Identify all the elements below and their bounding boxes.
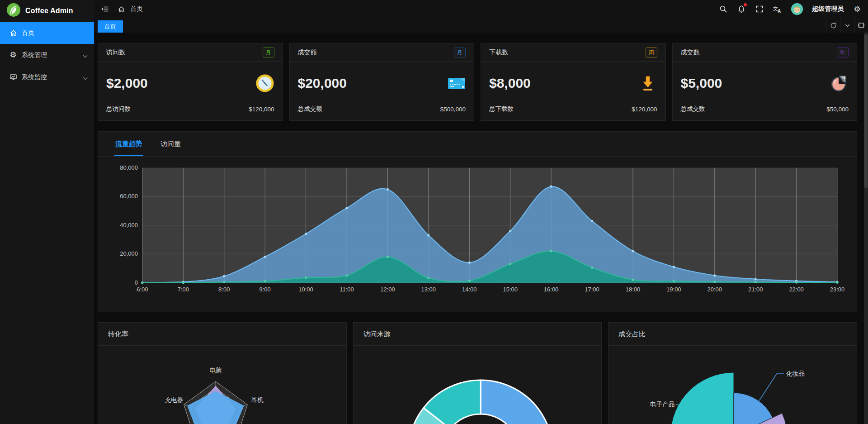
user-avatar[interactable] bbox=[791, 3, 803, 15]
svg-text:60,000: 60,000 bbox=[120, 193, 138, 200]
svg-text:7:00: 7:00 bbox=[178, 286, 189, 293]
period-badge: 周 bbox=[646, 48, 657, 57]
notifications-bell-icon[interactable] bbox=[737, 5, 746, 14]
svg-text:18:00: 18:00 bbox=[626, 286, 640, 293]
stat-footer-value: $50,000 bbox=[826, 106, 849, 113]
svg-text:A: A bbox=[778, 9, 781, 14]
app-logo-row[interactable]: Coffee Admin bbox=[0, 0, 94, 22]
bottom-card-row: 转化率 电脑耳机充电器 访问来源 成交占比 电子产品化妆品 bbox=[98, 322, 857, 424]
gear-icon: ⚙ bbox=[9, 51, 17, 59]
stat-value: $2,000 bbox=[106, 76, 148, 91]
donut-chart bbox=[354, 346, 602, 424]
tab-traffic-trend[interactable]: 流量趋势 bbox=[114, 140, 143, 156]
scrollbar[interactable] bbox=[864, 33, 868, 424]
radar-chart: 电脑耳机充电器 bbox=[98, 346, 346, 424]
stat-footer-value: $120,000 bbox=[632, 106, 657, 113]
svg-text:12:00: 12:00 bbox=[380, 286, 395, 293]
maximize-icon[interactable] bbox=[854, 18, 868, 33]
svg-text:6:00: 6:00 bbox=[137, 286, 148, 293]
svg-text:17:00: 17:00 bbox=[585, 286, 599, 293]
notification-badge-dot bbox=[744, 3, 747, 6]
radar-chart-area: 电脑耳机充电器 bbox=[98, 346, 346, 424]
chevron-down-icon[interactable] bbox=[840, 18, 854, 33]
stat-value: $5,000 bbox=[681, 76, 722, 91]
stat-card-downloads: 下载数 周 $8,000 总下载数 $120,000 bbox=[481, 43, 666, 121]
stat-card-title: 成交数 bbox=[681, 48, 700, 57]
area-chart: 6:007:008:009:0010:0011:0012:0013:0014:0… bbox=[98, 158, 857, 299]
fullscreen-icon[interactable] bbox=[755, 5, 764, 14]
svg-text:40,000: 40,000 bbox=[120, 222, 138, 229]
breadcrumb-home-icon[interactable] bbox=[117, 5, 126, 14]
chevron-down-icon bbox=[83, 53, 88, 57]
sidebar-item-system-admin[interactable]: ⚙ 系统管理 bbox=[0, 44, 94, 66]
scrollbar-thumb[interactable] bbox=[864, 34, 868, 188]
main-content: 访问数 月 $2,000 总访问数 $120,000 成交额 月 bbox=[94, 33, 868, 424]
stat-card-turnover: 成交额 月 $20,000 总成交额 $500,000 bbox=[289, 43, 475, 121]
period-badge: 月 bbox=[263, 48, 274, 57]
username-label[interactable]: 超级管理员 bbox=[812, 5, 844, 13]
search-icon[interactable] bbox=[719, 5, 728, 14]
svg-text:电脑: 电脑 bbox=[210, 367, 222, 374]
svg-text:耳机: 耳机 bbox=[251, 396, 264, 403]
sidebar-item-label: 系统管理 bbox=[22, 51, 47, 59]
breadcrumb[interactable]: 首页 bbox=[130, 5, 143, 13]
svg-text:13:00: 13:00 bbox=[421, 286, 436, 293]
stat-value: $20,000 bbox=[298, 76, 347, 91]
refresh-icon[interactable] bbox=[826, 18, 840, 33]
sidebar-item-system-monitor[interactable]: 系统监控 bbox=[0, 66, 94, 88]
collapse-sidebar-icon[interactable] bbox=[100, 5, 109, 14]
svg-text:15:00: 15:00 bbox=[503, 286, 517, 293]
settings-gear-icon[interactable]: ⚙ bbox=[853, 5, 862, 14]
svg-text:23:00: 23:00 bbox=[830, 286, 844, 293]
stat-card-deals: 成交数 年 $5,000 % 总成交数 $50,000 bbox=[672, 43, 858, 121]
stat-card-title: 访问数 bbox=[106, 48, 125, 57]
stat-footer-label: 总成交额 bbox=[298, 105, 322, 113]
donut-chart-area bbox=[354, 346, 602, 424]
svg-text:22:00: 22:00 bbox=[789, 286, 803, 293]
traffic-trend-card: 流量趋势 访问量 6:007:008:009:0010:0011:0012:00… bbox=[98, 131, 857, 312]
stat-footer-value: $500,000 bbox=[440, 106, 466, 113]
clock-icon bbox=[255, 74, 274, 93]
dashboard-screen: Coffee Admin 首页 ⚙ 系统管理 系统监控 bbox=[0, 0, 868, 424]
svg-text:20:00: 20:00 bbox=[708, 286, 722, 293]
app-title: Coffee Admin bbox=[25, 7, 73, 15]
svg-text:9:00: 9:00 bbox=[259, 286, 271, 293]
svg-text:20,000: 20,000 bbox=[120, 250, 138, 257]
stat-card-row: 访问数 月 $2,000 总访问数 $120,000 成交额 月 bbox=[98, 43, 857, 121]
svg-text:19:00: 19:00 bbox=[666, 286, 681, 293]
period-badge: 年 bbox=[837, 48, 849, 57]
card-title: 访问来源 bbox=[354, 323, 602, 346]
stat-footer-label: 总下载数 bbox=[489, 105, 514, 113]
trend-tabs: 流量趋势 访问量 bbox=[98, 132, 857, 157]
svg-text:化妆品: 化妆品 bbox=[786, 370, 805, 377]
page-tabbar: 首页 bbox=[94, 18, 868, 33]
svg-text:10:00: 10:00 bbox=[298, 286, 313, 293]
sidebar-menu: 首页 ⚙ 系统管理 系统监控 bbox=[0, 22, 94, 88]
tab-visits[interactable]: 访问量 bbox=[160, 140, 182, 156]
period-badge: 月 bbox=[454, 48, 466, 57]
chevron-down-icon bbox=[83, 75, 88, 80]
sidebar-item-label: 首页 bbox=[22, 29, 34, 37]
stat-card-title: 下载数 bbox=[489, 48, 508, 57]
pie-chart-area: 电子产品化妆品 bbox=[609, 346, 857, 424]
svg-text:充电器: 充电器 bbox=[165, 396, 184, 403]
monitor-icon bbox=[9, 73, 17, 81]
sidebar-item-label: 系统监控 bbox=[22, 73, 47, 81]
svg-text:11:00: 11:00 bbox=[340, 286, 354, 293]
sidebar-item-home[interactable]: 首页 bbox=[0, 22, 94, 44]
language-translate-icon[interactable]: 文A bbox=[773, 5, 782, 14]
credit-card-icon bbox=[447, 74, 466, 93]
stat-card-title: 成交额 bbox=[298, 48, 317, 57]
tab-home[interactable]: 首页 bbox=[98, 20, 123, 33]
stat-card-visits: 访问数 月 $2,000 总访问数 $120,000 bbox=[98, 43, 283, 121]
leaf-logo-icon bbox=[6, 3, 21, 19]
svg-text:0: 0 bbox=[135, 279, 138, 286]
svg-text:8:00: 8:00 bbox=[218, 286, 230, 293]
svg-text:16:00: 16:00 bbox=[544, 286, 558, 293]
conversion-rate-card: 转化率 电脑耳机充电器 bbox=[98, 322, 347, 424]
card-title: 转化率 bbox=[98, 323, 346, 346]
rose-pie-chart: 电子产品化妆品 bbox=[609, 346, 857, 424]
trend-chart-area: 6:007:008:009:0010:0011:0012:0013:0014:0… bbox=[98, 157, 857, 312]
svg-text:电子产品: 电子产品 bbox=[650, 401, 675, 408]
svg-text:21:00: 21:00 bbox=[748, 286, 763, 293]
